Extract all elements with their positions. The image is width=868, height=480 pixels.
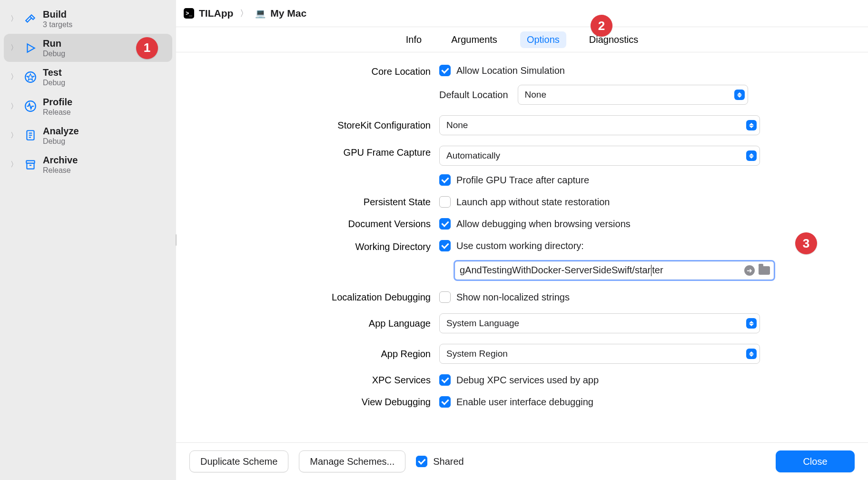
checkbox-label: Enable user interface debugging — [456, 397, 593, 408]
sidebar-item-title: Analyze — [43, 125, 79, 137]
checkbox-enable-ui-debugging[interactable] — [439, 396, 451, 408]
label-app-language: App Language — [232, 318, 432, 329]
tab-options[interactable]: Options — [520, 31, 566, 48]
label-working-directory: Working Directory — [232, 240, 432, 252]
breadcrumb-target[interactable]: My Mac — [270, 8, 306, 19]
sidebar-item-subtitle: Debug — [43, 78, 65, 87]
checkbox-label: Show non-localized strings — [456, 292, 570, 303]
checkbox-profile-gpu-trace[interactable] — [439, 174, 451, 186]
chevron-right-icon: 〉 — [10, 14, 18, 23]
svg-marker-0 — [28, 44, 35, 52]
select-value: Automatically — [446, 150, 500, 161]
select-value: None — [446, 120, 468, 130]
label-persistent-state: Persistent State — [232, 197, 432, 208]
sidebar-item-profile[interactable]: 〉 Profile Release — [4, 92, 172, 120]
svg-rect-6 — [27, 163, 34, 169]
tab-bar: Info Arguments Options Diagnostics — [176, 27, 868, 52]
checkbox-shared[interactable] — [416, 456, 427, 467]
checkbox-allow-debugging-versions[interactable] — [439, 218, 451, 230]
label-default-location: Default Location — [439, 90, 508, 100]
sidebar-item-subtitle: 3 targets — [43, 20, 72, 29]
select-app-language[interactable]: System Language — [439, 313, 760, 333]
tab-diagnostics[interactable]: Diagnostics — [582, 31, 645, 48]
sidebar-item-title: Profile — [43, 96, 72, 108]
split-resizer[interactable] — [176, 234, 177, 246]
manage-schemes-button[interactable]: Manage Schemes... — [299, 450, 405, 472]
tab-info[interactable]: Info — [399, 31, 428, 48]
select-gpu-frame-capture[interactable]: Automatically — [439, 146, 760, 166]
archive-icon — [24, 158, 37, 171]
checkbox-allow-location-simulation[interactable] — [439, 65, 451, 76]
select-default-location[interactable]: None — [518, 85, 748, 105]
checkbox-debug-xpc[interactable] — [439, 374, 451, 386]
label-storekit: StoreKit Configuration — [232, 120, 432, 131]
checkbox-label: Allow Location Simulation — [456, 65, 565, 76]
select-caret-icon — [746, 150, 757, 161]
callout-badge-3: 3 — [795, 232, 817, 254]
label-app-region: App Region — [232, 349, 432, 360]
label-document-versions: Document Versions — [232, 219, 432, 230]
close-button[interactable]: Close — [776, 450, 855, 472]
select-caret-icon — [746, 349, 757, 359]
document-icon — [24, 129, 37, 142]
chevron-right-icon: 〉 — [10, 72, 18, 81]
path-text-right: ter — [652, 265, 663, 275]
chevron-right-icon: 〉 — [10, 43, 18, 52]
sidebar-item-analyze[interactable]: 〉 Analyze Debug — [4, 121, 172, 150]
activity-icon — [24, 100, 37, 113]
callout-badge-1: 1 — [136, 37, 158, 59]
duplicate-scheme-button[interactable]: Duplicate Scheme — [189, 450, 288, 472]
select-value: None — [525, 90, 546, 100]
checkbox-use-custom-working-dir[interactable] — [439, 240, 451, 251]
chevron-right-icon: 〉 — [10, 160, 18, 169]
label-xpc-services: XPC Services — [232, 375, 432, 386]
checkbox-label: Allow debugging when browsing versions — [456, 219, 631, 230]
checkbox-label: Launch app without state restoration — [456, 197, 610, 208]
gauge-icon — [24, 70, 37, 84]
checkbox-show-nonlocalized[interactable] — [439, 291, 451, 303]
select-caret-icon — [734, 90, 745, 100]
chevron-right-icon: 〉 — [10, 102, 18, 111]
sidebar-item-title: Test — [43, 67, 65, 78]
go-icon[interactable]: ➜ — [744, 265, 755, 276]
play-icon — [24, 41, 37, 55]
sidebar-item-title: Run — [43, 38, 65, 49]
chevron-right-icon: 〉 — [240, 8, 248, 19]
label-view-debugging: View Debugging — [232, 397, 432, 408]
checkbox-label: Profile GPU Trace after capture — [456, 175, 589, 186]
label-core-location: Core Location — [232, 65, 432, 77]
checkbox-label: Debug XPC services used by app — [456, 375, 599, 386]
sidebar-item-subtitle: Debug — [43, 49, 65, 58]
scheme-sidebar: 〉 Build 3 targets 〉 Run Debug 1 — [0, 0, 176, 480]
select-value: System Region — [446, 349, 508, 359]
breadcrumb-app[interactable]: TILApp — [199, 8, 233, 19]
checkbox-label: Use custom working directory: — [456, 240, 584, 251]
select-storekit-config[interactable]: None — [439, 115, 760, 135]
label-localization-debugging: Localization Debugging — [232, 292, 432, 303]
sidebar-item-test[interactable]: 〉 Test Debug — [4, 63, 172, 91]
laptop-icon: 💻 — [255, 8, 266, 19]
checkbox-label: Shared — [433, 456, 464, 467]
checkbox-launch-without-state[interactable] — [439, 196, 451, 208]
svg-marker-1 — [27, 74, 34, 80]
hammer-icon — [24, 12, 37, 26]
path-text-left: gAndTestingWithDocker-ServerSideSwift/st… — [460, 265, 651, 275]
callout-badge-2: 2 — [591, 15, 612, 37]
select-app-region[interactable]: System Region — [439, 344, 760, 364]
input-working-directory-path[interactable]: gAndTestingWithDocker-ServerSideSwift/st… — [454, 260, 775, 281]
select-caret-icon — [746, 120, 757, 130]
sidebar-item-archive[interactable]: 〉 Archive Release — [4, 150, 172, 179]
label-gpu: GPU Frame Capture — [232, 146, 432, 158]
chevron-right-icon: 〉 — [10, 131, 18, 140]
sidebar-item-subtitle: Release — [43, 166, 78, 175]
footer: Duplicate Scheme Manage Schemes... Share… — [176, 442, 868, 480]
sidebar-item-title: Build — [43, 9, 72, 20]
sidebar-item-run[interactable]: 〉 Run Debug 1 — [4, 34, 172, 62]
sidebar-item-subtitle: Debug — [43, 137, 79, 146]
folder-icon[interactable] — [759, 266, 770, 275]
tab-arguments[interactable]: Arguments — [444, 31, 504, 48]
sidebar-item-title: Archive — [43, 154, 78, 166]
breadcrumb: >_ TILApp 〉 💻 My Mac — [176, 0, 868, 27]
sidebar-item-build[interactable]: 〉 Build 3 targets — [4, 5, 172, 33]
select-value: System Language — [446, 318, 519, 329]
